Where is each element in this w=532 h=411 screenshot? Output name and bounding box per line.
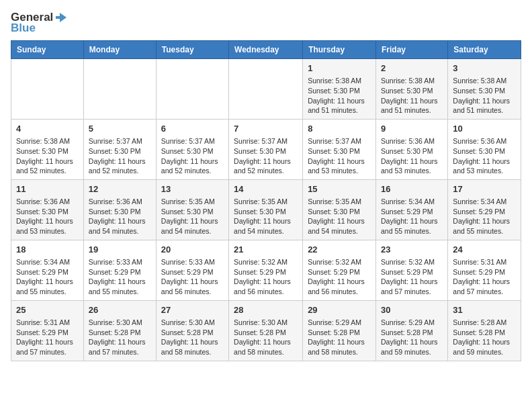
day-info: Sunrise: 5:37 AM Sunset: 5:30 PM Dayligh…	[89, 136, 151, 176]
col-sunday: Sunday	[11, 41, 84, 59]
day-info: Sunrise: 5:28 AM Sunset: 5:28 PM Dayligh…	[453, 318, 516, 357]
day-number: 14	[234, 183, 298, 195]
calendar-cell: 7Sunrise: 5:37 AM Sunset: 5:30 PM Daylig…	[229, 119, 303, 179]
day-info: Sunrise: 5:35 AM Sunset: 5:30 PM Dayligh…	[308, 197, 371, 236]
day-number: 6	[161, 123, 224, 135]
calendar-body: 1Sunrise: 5:38 AM Sunset: 5:30 PM Daylig…	[11, 59, 521, 361]
day-info: Sunrise: 5:31 AM Sunset: 5:29 PM Dayligh…	[16, 318, 79, 357]
calendar-cell: 9Sunrise: 5:36 AM Sunset: 5:30 PM Daylig…	[375, 119, 447, 179]
day-number: 7	[234, 123, 298, 135]
day-number: 10	[453, 123, 516, 135]
day-number: 30	[381, 304, 443, 316]
day-number: 15	[308, 183, 371, 195]
calendar-week-5: 25Sunrise: 5:31 AM Sunset: 5:29 PM Dayli…	[11, 300, 521, 361]
day-info: Sunrise: 5:31 AM Sunset: 5:29 PM Dayligh…	[453, 257, 516, 297]
calendar-cell	[156, 59, 228, 120]
day-info: Sunrise: 5:37 AM Sunset: 5:30 PM Dayligh…	[234, 136, 298, 176]
day-number: 24	[453, 244, 516, 256]
day-info: Sunrise: 5:32 AM Sunset: 5:29 PM Dayligh…	[234, 257, 298, 297]
day-number: 4	[16, 123, 79, 135]
day-number: 8	[308, 123, 371, 135]
day-number: 27	[161, 304, 224, 316]
day-info: Sunrise: 5:33 AM Sunset: 5:29 PM Dayligh…	[89, 257, 151, 297]
day-info: Sunrise: 5:34 AM Sunset: 5:29 PM Dayligh…	[16, 257, 79, 297]
col-thursday: Thursday	[303, 41, 376, 59]
day-info: Sunrise: 5:38 AM Sunset: 5:30 PM Dayligh…	[16, 136, 79, 176]
calendar-cell	[11, 59, 84, 120]
day-info: Sunrise: 5:34 AM Sunset: 5:29 PM Dayligh…	[453, 197, 516, 236]
day-number: 17	[453, 183, 516, 195]
calendar-cell: 18Sunrise: 5:34 AM Sunset: 5:29 PM Dayli…	[11, 240, 84, 300]
calendar-cell: 31Sunrise: 5:28 AM Sunset: 5:28 PM Dayli…	[448, 300, 521, 361]
day-number: 12	[89, 183, 151, 195]
day-info: Sunrise: 5:37 AM Sunset: 5:30 PM Dayligh…	[308, 136, 371, 176]
day-info: Sunrise: 5:35 AM Sunset: 5:30 PM Dayligh…	[161, 197, 224, 236]
day-info: Sunrise: 5:33 AM Sunset: 5:29 PM Dayligh…	[161, 257, 224, 297]
day-info: Sunrise: 5:35 AM Sunset: 5:30 PM Dayligh…	[234, 197, 298, 236]
logo-wordmark: General Blue	[11, 11, 68, 35]
day-info: Sunrise: 5:32 AM Sunset: 5:29 PM Dayligh…	[381, 257, 443, 297]
calendar-cell: 26Sunrise: 5:30 AM Sunset: 5:28 PM Dayli…	[83, 300, 156, 361]
calendar-header: Sunday Monday Tuesday Wednesday Thursday…	[11, 41, 521, 59]
calendar-cell: 8Sunrise: 5:37 AM Sunset: 5:30 PM Daylig…	[303, 119, 376, 179]
calendar-week-4: 18Sunrise: 5:34 AM Sunset: 5:29 PM Dayli…	[11, 240, 521, 300]
day-number: 1	[308, 62, 371, 75]
col-friday: Friday	[375, 41, 447, 59]
day-info: Sunrise: 5:34 AM Sunset: 5:29 PM Dayligh…	[381, 197, 443, 236]
day-info: Sunrise: 5:36 AM Sunset: 5:30 PM Dayligh…	[381, 136, 443, 176]
day-number: 19	[89, 244, 151, 256]
day-info: Sunrise: 5:30 AM Sunset: 5:28 PM Dayligh…	[161, 318, 224, 357]
header-row: Sunday Monday Tuesday Wednesday Thursday…	[11, 41, 521, 59]
logo-text-blue: Blue	[11, 21, 36, 35]
calendar-cell: 3Sunrise: 5:38 AM Sunset: 5:30 PM Daylig…	[448, 59, 521, 120]
day-number: 11	[16, 183, 79, 195]
calendar-cell: 5Sunrise: 5:37 AM Sunset: 5:30 PM Daylig…	[83, 119, 156, 179]
day-number: 29	[308, 304, 371, 316]
day-info: Sunrise: 5:30 AM Sunset: 5:28 PM Dayligh…	[89, 318, 151, 357]
calendar-cell: 23Sunrise: 5:32 AM Sunset: 5:29 PM Dayli…	[375, 240, 447, 300]
calendar-cell: 20Sunrise: 5:33 AM Sunset: 5:29 PM Dayli…	[156, 240, 228, 300]
day-info: Sunrise: 5:29 AM Sunset: 5:28 PM Dayligh…	[308, 318, 371, 357]
day-info: Sunrise: 5:30 AM Sunset: 5:28 PM Dayligh…	[234, 318, 298, 357]
day-number: 28	[234, 304, 298, 316]
day-info: Sunrise: 5:32 AM Sunset: 5:29 PM Dayligh…	[308, 257, 371, 297]
day-info: Sunrise: 5:29 AM Sunset: 5:28 PM Dayligh…	[381, 318, 443, 357]
col-tuesday: Tuesday	[156, 41, 228, 59]
calendar-cell: 15Sunrise: 5:35 AM Sunset: 5:30 PM Dayli…	[303, 179, 376, 240]
day-info: Sunrise: 5:38 AM Sunset: 5:30 PM Dayligh…	[308, 76, 371, 116]
calendar-cell: 30Sunrise: 5:29 AM Sunset: 5:28 PM Dayli…	[375, 300, 447, 361]
calendar-cell: 12Sunrise: 5:36 AM Sunset: 5:30 PM Dayli…	[83, 179, 156, 240]
day-number: 26	[89, 304, 151, 316]
day-number: 2	[381, 62, 443, 75]
calendar-cell: 14Sunrise: 5:35 AM Sunset: 5:30 PM Dayli…	[229, 179, 303, 240]
logo-arrow-icon	[54, 11, 68, 24]
calendar-week-3: 11Sunrise: 5:36 AM Sunset: 5:30 PM Dayli…	[11, 179, 521, 240]
day-number: 3	[453, 62, 516, 75]
day-info: Sunrise: 5:36 AM Sunset: 5:30 PM Dayligh…	[89, 197, 151, 236]
day-number: 18	[16, 244, 79, 256]
col-saturday: Saturday	[448, 41, 521, 59]
calendar-cell: 22Sunrise: 5:32 AM Sunset: 5:29 PM Dayli…	[303, 240, 376, 300]
day-number: 25	[16, 304, 79, 316]
calendar-cell: 24Sunrise: 5:31 AM Sunset: 5:29 PM Dayli…	[448, 240, 521, 300]
col-monday: Monday	[83, 41, 156, 59]
day-info: Sunrise: 5:38 AM Sunset: 5:30 PM Dayligh…	[453, 76, 516, 116]
calendar-cell: 13Sunrise: 5:35 AM Sunset: 5:30 PM Dayli…	[156, 179, 228, 240]
day-info: Sunrise: 5:37 AM Sunset: 5:30 PM Dayligh…	[161, 136, 224, 176]
day-number: 13	[161, 183, 224, 195]
calendar-cell: 10Sunrise: 5:36 AM Sunset: 5:30 PM Dayli…	[448, 119, 521, 179]
day-info: Sunrise: 5:36 AM Sunset: 5:30 PM Dayligh…	[453, 136, 516, 176]
calendar-cell	[83, 59, 156, 120]
calendar-cell: 1Sunrise: 5:38 AM Sunset: 5:30 PM Daylig…	[303, 59, 376, 120]
calendar-cell: 21Sunrise: 5:32 AM Sunset: 5:29 PM Dayli…	[229, 240, 303, 300]
calendar-cell: 19Sunrise: 5:33 AM Sunset: 5:29 PM Dayli…	[83, 240, 156, 300]
calendar-cell: 4Sunrise: 5:38 AM Sunset: 5:30 PM Daylig…	[11, 119, 84, 179]
day-info: Sunrise: 5:38 AM Sunset: 5:30 PM Dayligh…	[381, 76, 443, 116]
logo: General Blue	[11, 11, 68, 35]
day-number: 9	[381, 123, 443, 135]
calendar-cell: 29Sunrise: 5:29 AM Sunset: 5:28 PM Dayli…	[303, 300, 376, 361]
calendar-cell: 16Sunrise: 5:34 AM Sunset: 5:29 PM Dayli…	[375, 179, 447, 240]
col-wednesday: Wednesday	[229, 41, 303, 59]
day-number: 22	[308, 244, 371, 256]
day-number: 21	[234, 244, 298, 256]
